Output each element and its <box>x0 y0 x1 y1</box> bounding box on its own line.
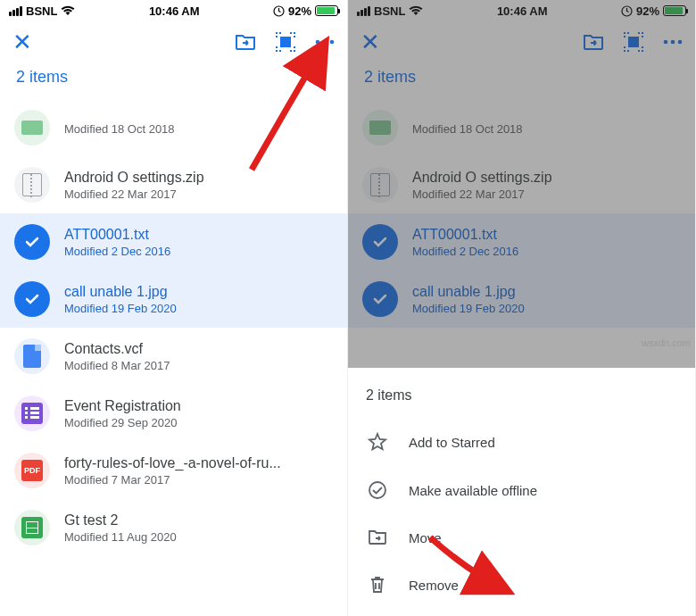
offline-icon <box>368 480 387 500</box>
file-name: Event Registration <box>64 398 333 414</box>
file-row[interactable]: Modified 18 Oct 2018 <box>0 99 347 156</box>
file-modified: Modified 8 Mar 2017 <box>64 359 333 372</box>
file-name: forty-rules-of-love_-a-novel-of-ru... <box>64 455 333 471</box>
file-row-selected[interactable]: call unable 1.jpg Modified 19 Feb 2020 <box>0 271 347 328</box>
svg-rect-1 <box>280 37 291 47</box>
status-bar: BSNL 10:46 AM 92% <box>0 0 347 21</box>
battery-icon <box>315 5 338 16</box>
file-modified: Modified 11 Aug 2020 <box>64 530 333 544</box>
file-name: Contacts.vcf <box>64 341 333 357</box>
file-name: Android O settings.zip <box>64 170 333 186</box>
file-row[interactable]: Contacts.vcf Modified 8 Mar 2017 <box>0 328 347 385</box>
action-label: Make available offline <box>409 483 537 498</box>
svg-point-2 <box>316 40 320 45</box>
svg-point-4 <box>330 40 335 45</box>
action-label: Remove <box>409 578 459 593</box>
file-row[interactable]: Android O settings.zip Modified 22 Mar 2… <box>0 156 347 213</box>
star-icon <box>368 432 387 452</box>
status-time: 10:46 AM <box>149 4 200 18</box>
checkmark-icon <box>14 281 50 317</box>
action-add-starred[interactable]: Add to Starred <box>348 418 695 466</box>
svg-point-10 <box>369 482 385 498</box>
file-row[interactable]: Event Registration Modified 29 Sep 2020 <box>0 385 347 442</box>
move-folder-icon[interactable] <box>235 33 256 51</box>
clock-icon <box>273 5 285 17</box>
file-name: call unable 1.jpg <box>64 284 333 300</box>
action-move[interactable]: Move <box>348 514 695 561</box>
battery-pct: 92% <box>288 4 311 18</box>
pdf-icon: PDF <box>14 453 50 488</box>
folder-move-icon <box>368 529 387 546</box>
action-label: Move <box>409 530 442 545</box>
file-row[interactable]: Gt test 2 Modified 11 Aug 2020 <box>0 499 347 556</box>
watermark: wsxdn.com <box>642 337 691 348</box>
sheets-icon <box>14 510 50 545</box>
signal-icon <box>9 6 22 16</box>
app-bar: ✕ <box>0 21 347 62</box>
checkmark-icon <box>14 224 50 260</box>
doc-icon <box>14 338 50 374</box>
file-name: Gt test 2 <box>64 512 333 529</box>
sheet-title: 2 items <box>348 379 695 418</box>
zip-icon <box>14 167 50 203</box>
file-modified: Modified 19 Feb 2020 <box>64 302 333 315</box>
close-button[interactable]: ✕ <box>12 29 32 56</box>
action-offline[interactable]: Make available offline <box>348 466 695 514</box>
pane-left: BSNL 10:46 AM 92% ✕ 2 item <box>0 0 348 616</box>
wifi-icon <box>61 5 75 16</box>
selection-count: 2 items <box>0 62 347 99</box>
file-modified: Modified 29 Sep 2020 <box>64 416 333 429</box>
file-modified: Modified 2 Dec 2016 <box>64 245 333 258</box>
file-modified: Modified 7 Mar 2017 <box>64 473 333 487</box>
file-row-selected[interactable]: ATT00001.txt Modified 2 Dec 2016 <box>0 213 347 271</box>
action-label: Add to Starred <box>409 435 495 450</box>
more-options-icon[interactable] <box>315 39 335 45</box>
file-type-icon <box>14 110 50 146</box>
carrier-label: BSNL <box>26 4 57 18</box>
trash-icon <box>368 575 387 595</box>
select-all-icon[interactable] <box>276 32 295 52</box>
forms-icon <box>14 395 50 431</box>
action-remove[interactable]: Remove <box>348 561 695 609</box>
action-sheet: 2 items Add to Starred Make available of… <box>348 368 695 616</box>
pane-right: BSNL 10:46 AM 92% ✕ <box>348 0 696 616</box>
file-row[interactable]: PDF forty-rules-of-love_-a-novel-of-ru..… <box>0 442 347 499</box>
svg-point-3 <box>323 40 327 45</box>
file-modified: Modified 18 Oct 2018 <box>64 122 333 136</box>
file-list: Modified 18 Oct 2018 Android O settings.… <box>0 99 347 556</box>
file-name: ATT00001.txt <box>64 227 333 243</box>
modal-scrim[interactable] <box>348 0 695 368</box>
file-modified: Modified 22 Mar 2017 <box>64 187 333 201</box>
